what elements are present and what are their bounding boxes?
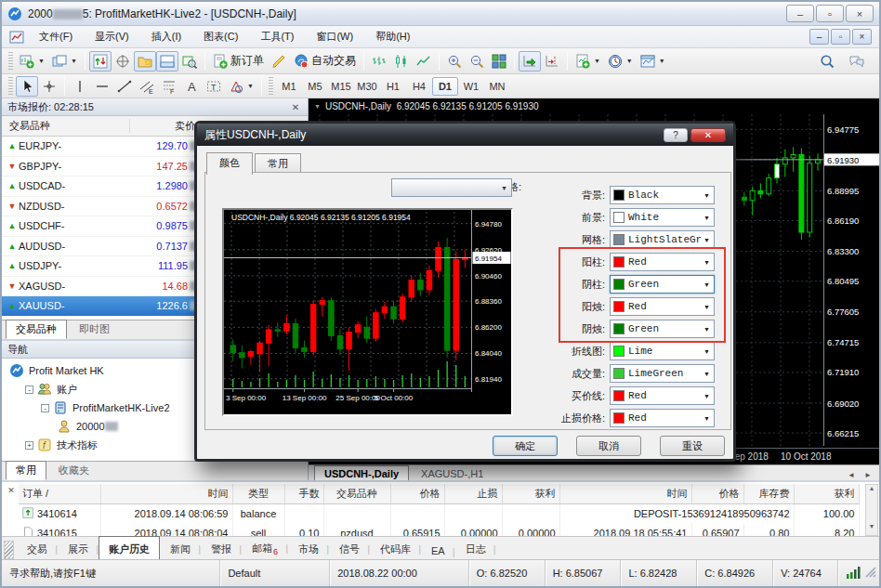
terminal-scrollbar[interactable]: ▲▼	[865, 484, 878, 536]
chevron-down-icon[interactable]: ▼	[703, 415, 710, 422]
terminal-close-icon[interactable]: ✕	[6, 486, 17, 497]
terminal-tab-[interactable]: 代码库|	[370, 538, 421, 559]
color-select-10[interactable]: Red▼	[610, 409, 715, 427]
dialog-help-button[interactable]: ?	[664, 128, 688, 142]
minimize-button[interactable]: –	[786, 5, 814, 22]
periods-button[interactable]: ▼	[604, 51, 637, 72]
zoom-out-button[interactable]	[466, 51, 488, 72]
shapes-button[interactable]: ▼	[225, 76, 257, 97]
timeframe-m15-button[interactable]: M15	[328, 77, 354, 96]
color-select-8[interactable]: LimeGreen▼	[610, 364, 715, 383]
dialog-close-button[interactable]: ✕	[690, 128, 726, 142]
column-header[interactable]: 订单 /	[19, 484, 100, 503]
chevron-down-icon[interactable]: ▼	[703, 371, 710, 377]
metaeditor-button[interactable]	[268, 51, 290, 72]
vline-button[interactable]	[69, 76, 91, 97]
terminal-tab-[interactable]: 警报|	[201, 538, 242, 559]
chevron-down-icon[interactable]: ▼	[247, 83, 254, 89]
terminal-tab-[interactable]: 日志|	[455, 538, 496, 559]
fibo-button[interactable]: F	[158, 76, 180, 97]
column-header[interactable]: 时间	[100, 484, 232, 503]
timeframe-m30-button[interactable]: M30	[354, 77, 380, 96]
expand-icon[interactable]: +	[25, 441, 33, 450]
zoom-in-button[interactable]	[443, 51, 466, 72]
market-watch-tab[interactable]: 交易品种	[6, 320, 67, 339]
chart-menu-icon[interactable]: ▼	[314, 103, 321, 110]
color-select-2[interactable]: LightSlateGr▼	[610, 230, 715, 249]
autotrading-button[interactable]: 自动交易	[290, 51, 360, 72]
new-chart-button[interactable]: ▼	[16, 51, 48, 72]
column-header[interactable]: 获利	[502, 484, 559, 503]
market-watch-close-icon[interactable]: ✕	[289, 102, 302, 112]
dialog-title-bar[interactable]: 属性USDCNH-,Daily ? ✕	[197, 124, 733, 146]
cancel-button[interactable]: 取消	[576, 436, 641, 456]
child-minimize-button[interactable]: –	[809, 29, 829, 45]
timeframe-h1-button[interactable]: H1	[380, 77, 406, 96]
line-chart-button[interactable]	[413, 51, 435, 72]
column-header[interactable]: 时间	[559, 484, 691, 503]
terminal-tab-[interactable]: 交易|	[17, 538, 58, 559]
chevron-down-icon[interactable]: ▼	[703, 215, 710, 221]
ok-button[interactable]: 确定	[493, 436, 558, 456]
close-button[interactable]: ×	[846, 5, 874, 22]
terminal-tab-[interactable]: 账户历史	[99, 536, 160, 559]
menu-item-f[interactable]: 文件(F)	[28, 26, 84, 47]
menu-item-i[interactable]: 插入(I)	[140, 26, 192, 47]
bid-column-header[interactable]: 卖价	[130, 119, 195, 133]
search-button[interactable]	[816, 51, 838, 72]
timeframe-w1-button[interactable]: W1	[458, 77, 484, 96]
label-button[interactable]: T	[203, 76, 225, 97]
chevron-down-icon[interactable]: ▼	[626, 58, 633, 64]
chart-shift-button[interactable]	[541, 51, 563, 72]
chevron-down-icon[interactable]: ▼	[38, 58, 45, 64]
tile-windows-button[interactable]	[488, 51, 510, 72]
terminal-tab-[interactable]: 信号|	[329, 538, 370, 559]
trendline-button[interactable]	[113, 76, 136, 97]
chevron-down-icon[interactable]: ▼	[703, 237, 710, 243]
column-header[interactable]: 类型	[232, 484, 284, 503]
collapse-icon[interactable]: -	[25, 385, 33, 394]
navigator-tab[interactable]: 收藏夹	[48, 461, 99, 480]
timeframe-mn-button[interactable]: MN	[484, 77, 510, 96]
menu-item-w[interactable]: 窗口(W)	[305, 26, 364, 47]
column-header[interactable]: 价格	[390, 484, 444, 503]
column-header[interactable]: 库存费	[743, 484, 794, 503]
color-select-9[interactable]: Red▼	[610, 386, 715, 405]
resize-grip[interactable]	[864, 566, 877, 581]
table-row[interactable]: 34106142018.09.14 08:06:59balanceDEPOSIT…	[19, 503, 859, 523]
child-restore-button[interactable]: ▫	[831, 29, 850, 45]
bars-chart-button[interactable]	[368, 51, 390, 72]
column-header[interactable]: 价格	[691, 484, 743, 503]
terminal-grip[interactable]	[4, 541, 14, 559]
timeframe-m1-button[interactable]: M1	[276, 77, 302, 96]
profiles-button[interactable]: ▼	[48, 51, 81, 72]
dialog-tab-colors[interactable]: 颜色	[206, 152, 253, 175]
text-button[interactable]: A	[180, 76, 203, 97]
terminal-tab-[interactable]: 展示|	[58, 538, 99, 559]
column-header[interactable]: 止损	[444, 484, 502, 503]
terminal-tab-[interactable]: 邮箱6|	[242, 537, 288, 559]
hline-button[interactable]	[91, 76, 113, 97]
data-window-button[interactable]	[112, 51, 134, 72]
chevron-down-icon[interactable]: ▼	[594, 58, 600, 64]
restore-button[interactable]: ▫	[816, 5, 844, 22]
market-watch-button[interactable]	[89, 51, 112, 72]
market-watch-tab[interactable]: 即时图	[69, 320, 120, 339]
terminal-tab-[interactable]: 新闻|	[160, 538, 201, 559]
timeframe-m5-button[interactable]: M5	[302, 77, 328, 96]
child-close-button[interactable]: ×	[852, 29, 872, 45]
new-order-button[interactable]: 新订单	[209, 51, 268, 72]
autoscroll-button[interactable]	[519, 51, 541, 72]
navigator-tab[interactable]: 常用	[6, 461, 46, 480]
collapse-icon[interactable]: -	[41, 404, 49, 412]
menu-item-t[interactable]: 工具(T)	[249, 26, 305, 47]
indicators-button[interactable]: ▼	[572, 51, 604, 72]
timeframe-h4-button[interactable]: H4	[406, 77, 432, 96]
reset-button[interactable]: 重设	[660, 436, 725, 456]
chevron-down-icon[interactable]: ▼	[703, 348, 710, 355]
channel-button[interactable]: E	[136, 76, 158, 97]
menu-item-v[interactable]: 显示(V)	[84, 26, 140, 47]
menu-item-c[interactable]: 图表(C)	[192, 26, 249, 47]
color-select-7[interactable]: Lime▼	[610, 342, 715, 360]
chevron-down-icon[interactable]: ▼	[71, 58, 77, 64]
